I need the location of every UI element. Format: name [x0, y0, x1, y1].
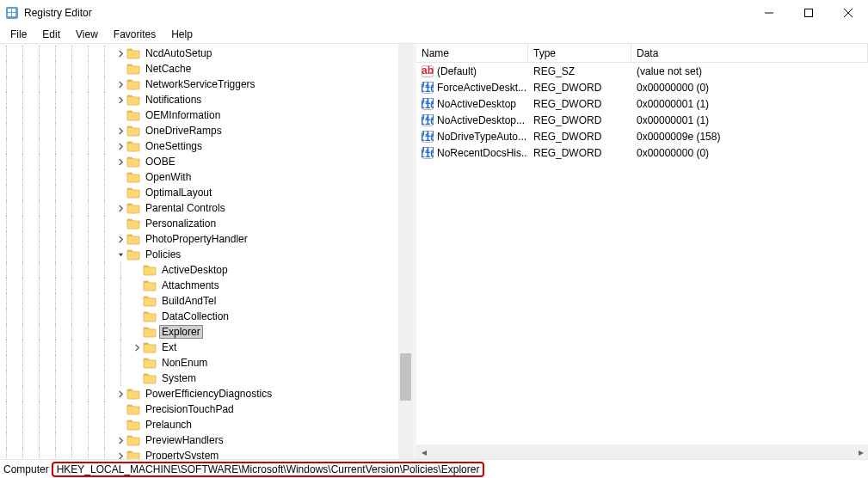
- tree-node-label[interactable]: OneDriveRamps: [143, 124, 225, 138]
- tree-node[interactable]: DataCollection: [0, 309, 413, 324]
- chevron-right-icon[interactable]: [114, 434, 126, 446]
- tree-node[interactable]: System: [0, 371, 413, 386]
- tree-node-label[interactable]: BuildAndTel: [159, 294, 219, 308]
- tree-node[interactable]: Policies: [0, 247, 413, 262]
- column-header-name[interactable]: Name: [416, 44, 528, 62]
- tree-node[interactable]: OpenWith: [0, 169, 413, 185]
- folder-icon: [143, 325, 157, 339]
- tree-node-label[interactable]: OOBE: [143, 155, 178, 169]
- tree-node[interactable]: PreviewHandlers: [0, 432, 413, 448]
- folder-icon: [143, 356, 157, 370]
- tree-node-label[interactable]: NonEnum: [159, 356, 210, 370]
- chevron-right-icon[interactable]: [131, 341, 143, 353]
- folder-icon: [126, 124, 140, 138]
- tree-pane[interactable]: NcdAutoSetupNetCacheNetworkServiceTrigge…: [0, 44, 413, 459]
- tree-node[interactable]: PhotoPropertyHandler: [0, 231, 413, 247]
- values-list[interactable]: (Default)REG_SZ(value not set)ForceActiv…: [416, 63, 868, 444]
- tree-node[interactable]: Parental Controls: [0, 200, 413, 216]
- tree-node-label[interactable]: OpenWith: [143, 170, 194, 184]
- tree-node[interactable]: Personalization: [0, 216, 413, 231]
- minimize-button[interactable]: [749, 0, 789, 26]
- tree-node[interactable]: BuildAndTel: [0, 293, 413, 309]
- chevron-right-icon[interactable]: [114, 233, 126, 245]
- tree-node[interactable]: OEMInformation: [0, 107, 413, 123]
- chevron-right-icon[interactable]: [114, 202, 126, 214]
- value-row[interactable]: ForceActiveDeskt...REG_DWORD0x00000000 (…: [416, 79, 868, 95]
- value-row[interactable]: (Default)REG_SZ(value not set): [416, 63, 868, 79]
- menu-edit[interactable]: Edit: [35, 27, 67, 42]
- value-row[interactable]: NoActiveDesktopREG_DWORD0x00000001 (1): [416, 95, 868, 112]
- tree-node-label[interactable]: PrecisionTouchPad: [143, 402, 237, 416]
- close-button[interactable]: [828, 0, 868, 26]
- chevron-right-icon[interactable]: [114, 47, 126, 59]
- menu-help[interactable]: Help: [164, 27, 200, 42]
- value-row[interactable]: NoRecentDocsHis...REG_DWORD0x00000000 (0…: [416, 144, 868, 161]
- tree-node[interactable]: NonEnum: [0, 355, 413, 371]
- tree-node[interactable]: NetworkServiceTriggers: [0, 77, 413, 92]
- scrollbar-thumb[interactable]: [400, 353, 411, 401]
- tree-node-label[interactable]: NcdAutoSetup: [143, 46, 214, 60]
- tree-node-label[interactable]: Attachments: [159, 279, 222, 292]
- tree-node-label[interactable]: PowerEfficiencyDiagnostics: [143, 387, 274, 401]
- tree-node-label[interactable]: OneSettings: [143, 139, 205, 153]
- tree-node-label[interactable]: Prelaunch: [143, 418, 194, 432]
- tree-node[interactable]: Notifications: [0, 92, 413, 107]
- tree-node[interactable]: OneSettings: [0, 138, 413, 154]
- chevron-right-icon[interactable]: [114, 94, 126, 106]
- tree-node-label[interactable]: NetCache: [143, 62, 194, 76]
- values-hscrollbar[interactable]: ◂ ▸: [416, 444, 868, 459]
- folder-icon: [143, 294, 157, 308]
- tree-scrollbar[interactable]: [398, 44, 413, 459]
- tree-node[interactable]: OneDriveRamps: [0, 123, 413, 138]
- tree-node[interactable]: Ext: [0, 340, 413, 355]
- value-type: REG_DWORD: [528, 131, 631, 143]
- tree-node[interactable]: ActiveDesktop: [0, 262, 413, 278]
- tree-node-label[interactable]: Personalization: [143, 217, 219, 230]
- column-header-data[interactable]: Data: [631, 44, 868, 62]
- tree-node-label[interactable]: PropertySystem: [143, 449, 221, 459]
- tree-node-label[interactable]: OptimalLayout: [143, 186, 214, 199]
- reg-string-icon: [422, 65, 434, 77]
- chevron-right-icon[interactable]: [114, 156, 126, 168]
- chevron-right-icon[interactable]: [114, 140, 126, 152]
- value-row[interactable]: NoDriveTypeAuto...REG_DWORD0x0000009e (1…: [416, 128, 868, 144]
- folder-icon: [126, 248, 140, 261]
- tree-node-label[interactable]: PhotoPropertyHandler: [143, 232, 250, 246]
- chevron-right-icon[interactable]: [114, 450, 126, 459]
- tree-node-label[interactable]: Ext: [159, 340, 179, 354]
- tree-node[interactable]: Attachments: [0, 278, 413, 293]
- tree-node[interactable]: PowerEfficiencyDiagnostics: [0, 386, 413, 401]
- tree-node[interactable]: OptimalLayout: [0, 185, 413, 200]
- expander-none: [131, 326, 143, 338]
- value-type: REG_DWORD: [528, 98, 631, 110]
- menu-file[interactable]: File: [3, 27, 34, 42]
- tree-node[interactable]: NcdAutoSetup: [0, 46, 413, 61]
- chevron-right-icon[interactable]: [114, 78, 126, 90]
- menu-view[interactable]: View: [69, 27, 105, 42]
- tree-node-label[interactable]: OEMInformation: [143, 108, 223, 122]
- chevron-down-icon[interactable]: [114, 248, 126, 260]
- tree-node-label[interactable]: ActiveDesktop: [159, 263, 231, 277]
- tree-node[interactable]: PropertySystem: [0, 448, 413, 459]
- tree-node[interactable]: PrecisionTouchPad: [0, 401, 413, 417]
- tree-node[interactable]: Explorer: [0, 324, 413, 340]
- tree-node-label[interactable]: Parental Controls: [143, 201, 228, 215]
- tree-node-label[interactable]: Explorer: [159, 325, 203, 339]
- tree-node[interactable]: OOBE: [0, 154, 413, 169]
- tree-node-label[interactable]: Notifications: [143, 93, 204, 107]
- menu-favorites[interactable]: Favorites: [107, 27, 163, 42]
- tree-node-label[interactable]: System: [159, 371, 199, 385]
- scroll-left-icon[interactable]: ◂: [416, 444, 431, 459]
- scroll-right-icon[interactable]: ▸: [853, 444, 868, 459]
- tree-node-label[interactable]: NetworkServiceTriggers: [143, 77, 258, 91]
- maximize-button[interactable]: [789, 0, 828, 26]
- tree-node[interactable]: Prelaunch: [0, 417, 413, 432]
- tree-node-label[interactable]: PreviewHandlers: [143, 433, 226, 447]
- chevron-right-icon[interactable]: [114, 125, 126, 137]
- value-row[interactable]: NoActiveDesktop...REG_DWORD0x00000001 (1…: [416, 112, 868, 128]
- tree-node-label[interactable]: DataCollection: [159, 309, 231, 323]
- tree-node[interactable]: NetCache: [0, 61, 413, 77]
- tree-node-label[interactable]: Policies: [143, 248, 183, 261]
- chevron-right-icon[interactable]: [114, 388, 126, 400]
- column-header-type[interactable]: Type: [528, 44, 631, 62]
